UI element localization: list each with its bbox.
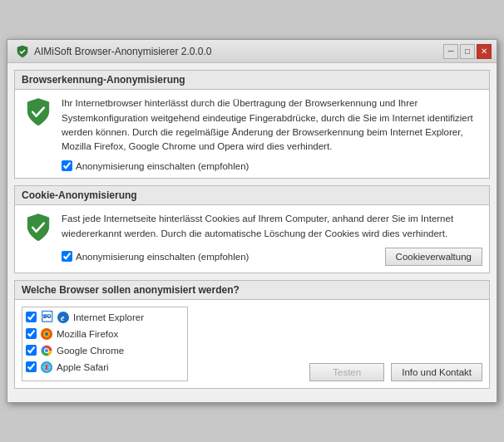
browser-anon-body: Ihr Internetbrowser hinterlässt durch di… bbox=[15, 90, 489, 178]
browser-anon-text-area: Ihr Internetbrowser hinterlässt durch di… bbox=[62, 96, 482, 171]
info-contact-button[interactable]: Info und Kontakt bbox=[391, 363, 482, 381]
cookie-anon-checkbox-label: Anonymisierung einschalten (empfohlen) bbox=[76, 252, 249, 262]
list-item:  e Internet Explorer bbox=[22, 309, 187, 326]
footer-buttons: Testen Info und Kontakt bbox=[195, 307, 482, 381]
cookie-anon-text-area: Fast jede Internetseite hinterlässt Cook… bbox=[62, 212, 482, 266]
browser-list-container:  e Internet Explorer bbox=[22, 307, 188, 381]
chrome-label: Google Chrome bbox=[57, 346, 124, 356]
svg-point-7 bbox=[45, 349, 48, 352]
browser-anon-checkbox-row: Anonymisierung einschalten (empfohlen) bbox=[62, 160, 482, 171]
browser-anon-header: Browserkennung-Anonymisierung bbox=[15, 71, 489, 90]
title-buttons: ─ □ ✕ bbox=[443, 44, 492, 59]
main-window: AIMiSoft Browser-Anonymisierer 2.0.0.0 ─… bbox=[7, 39, 497, 403]
close-button[interactable]: ✕ bbox=[477, 44, 492, 59]
safari-label: Apple Safari bbox=[57, 362, 109, 372]
minimize-button[interactable]: ─ bbox=[443, 44, 458, 59]
firefox-browser-icon bbox=[40, 327, 53, 341]
list-item: Google Chrome bbox=[22, 342, 187, 359]
safari-checkbox[interactable] bbox=[26, 361, 37, 372]
title-bar: AIMiSoft Browser-Anonymisierer 2.0.0.0 ─… bbox=[7, 40, 497, 63]
chrome-checkbox[interactable] bbox=[26, 345, 37, 356]
ie-browser-icon: e bbox=[57, 311, 70, 324]
cookie-anon-shield-icon bbox=[22, 212, 55, 245]
window-title: AIMiSoft Browser-Anonymisierer 2.0.0.0 bbox=[34, 46, 211, 57]
cookie-anon-body: Fast jede Internetseite hinterlässt Cook… bbox=[15, 205, 489, 273]
cookie-anon-checkbox[interactable] bbox=[62, 251, 72, 262]
ie-label: Internet Explorer bbox=[73, 312, 144, 322]
browser-anon-checkbox-label: Anonymisierung einschalten (empfohlen) bbox=[76, 161, 249, 171]
cookie-anon-checkbox-row: Anonymisierung einschalten (empfohlen) bbox=[62, 251, 249, 262]
svg-text:e: e bbox=[61, 313, 65, 322]
test-button[interactable]: Testen bbox=[309, 363, 384, 381]
ff-checkbox[interactable] bbox=[26, 328, 37, 339]
cookie-anon-header: Cookie-Anonymisierung bbox=[15, 186, 489, 205]
browser-anon-checkbox[interactable] bbox=[62, 160, 72, 171]
browser-anon-section: Browserkennung-Anonymisierung Ihr Intern… bbox=[14, 70, 490, 179]
browser-list:  e Internet Explorer bbox=[22, 307, 187, 381]
cookie-management-button[interactable]: Cookieverwaltung bbox=[385, 248, 482, 266]
ie-checkbox[interactable] bbox=[26, 312, 37, 322]
main-content: Browserkennung-Anonymisierung Ihr Intern… bbox=[7, 63, 497, 402]
svg-point-4 bbox=[45, 332, 48, 336]
list-item: Mozilla Firefox bbox=[22, 326, 187, 342]
browser-list-header: Welche Browser sollen anonymisiert werde… bbox=[15, 281, 489, 300]
safari-browser-icon bbox=[40, 361, 53, 374]
browser-list-body:  e Internet Explorer bbox=[15, 300, 489, 388]
app-title-icon bbox=[16, 45, 29, 58]
maximize-button[interactable]: □ bbox=[460, 44, 475, 59]
browser-list-section: Welche Browser sollen anonymisiert werde… bbox=[14, 280, 490, 389]
chrome-browser-icon bbox=[40, 344, 53, 357]
browser-anon-shield-icon bbox=[22, 96, 55, 130]
cookie-anon-description: Fast jede Internetseite hinterlässt Cook… bbox=[62, 212, 482, 241]
ie-icon:  bbox=[40, 311, 53, 324]
browser-anon-description: Ihr Internetbrowser hinterlässt durch di… bbox=[62, 96, 482, 154]
ff-label: Mozilla Firefox bbox=[57, 329, 118, 339]
list-item: Apple Safari bbox=[22, 359, 187, 376]
title-bar-left: AIMiSoft Browser-Anonymisierer 2.0.0.0 bbox=[16, 45, 211, 58]
cookie-anon-section: Cookie-Anonymisierung Fast jede Internet… bbox=[14, 185, 490, 273]
